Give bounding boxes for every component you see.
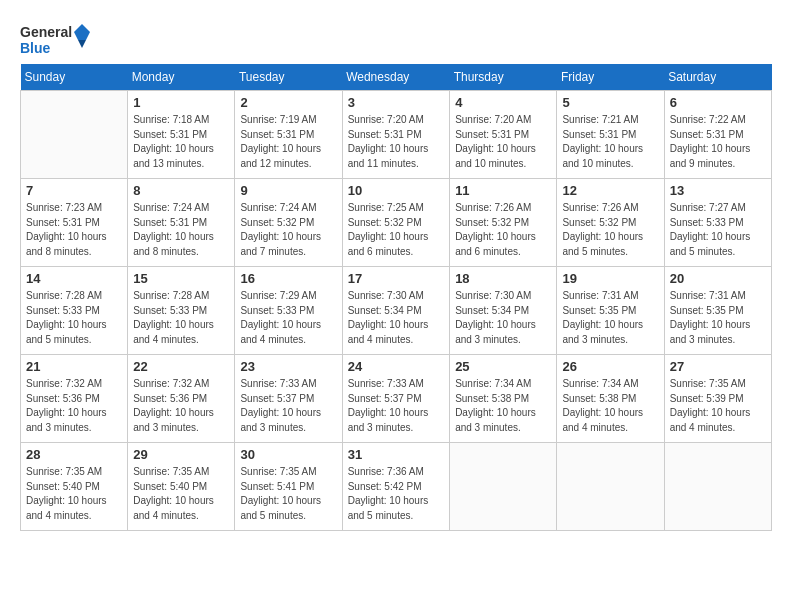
calendar-cell: 18Sunrise: 7:30 AM Sunset: 5:34 PM Dayli…	[450, 267, 557, 355]
calendar-cell: 6Sunrise: 7:22 AM Sunset: 5:31 PM Daylig…	[664, 91, 771, 179]
day-number: 29	[133, 447, 229, 462]
calendar-cell: 4Sunrise: 7:20 AM Sunset: 5:31 PM Daylig…	[450, 91, 557, 179]
svg-text:General: General	[20, 24, 72, 40]
calendar-cell: 21Sunrise: 7:32 AM Sunset: 5:36 PM Dayli…	[21, 355, 128, 443]
day-header-friday: Friday	[557, 64, 664, 91]
day-info: Sunrise: 7:18 AM Sunset: 5:31 PM Dayligh…	[133, 113, 229, 171]
calendar-cell: 13Sunrise: 7:27 AM Sunset: 5:33 PM Dayli…	[664, 179, 771, 267]
day-number: 26	[562, 359, 658, 374]
day-info: Sunrise: 7:30 AM Sunset: 5:34 PM Dayligh…	[348, 289, 444, 347]
day-info: Sunrise: 7:35 AM Sunset: 5:41 PM Dayligh…	[240, 465, 336, 523]
calendar-cell: 24Sunrise: 7:33 AM Sunset: 5:37 PM Dayli…	[342, 355, 449, 443]
calendar-cell: 16Sunrise: 7:29 AM Sunset: 5:33 PM Dayli…	[235, 267, 342, 355]
calendar-cell: 23Sunrise: 7:33 AM Sunset: 5:37 PM Dayli…	[235, 355, 342, 443]
day-number: 12	[562, 183, 658, 198]
day-info: Sunrise: 7:26 AM Sunset: 5:32 PM Dayligh…	[562, 201, 658, 259]
calendar-cell: 22Sunrise: 7:32 AM Sunset: 5:36 PM Dayli…	[128, 355, 235, 443]
calendar-cell: 17Sunrise: 7:30 AM Sunset: 5:34 PM Dayli…	[342, 267, 449, 355]
calendar-cell	[21, 91, 128, 179]
day-info: Sunrise: 7:32 AM Sunset: 5:36 PM Dayligh…	[26, 377, 122, 435]
day-number: 11	[455, 183, 551, 198]
day-header-tuesday: Tuesday	[235, 64, 342, 91]
day-number: 10	[348, 183, 444, 198]
day-number: 5	[562, 95, 658, 110]
svg-marker-2	[74, 24, 90, 40]
day-info: Sunrise: 7:28 AM Sunset: 5:33 PM Dayligh…	[133, 289, 229, 347]
day-info: Sunrise: 7:27 AM Sunset: 5:33 PM Dayligh…	[670, 201, 766, 259]
day-info: Sunrise: 7:32 AM Sunset: 5:36 PM Dayligh…	[133, 377, 229, 435]
day-info: Sunrise: 7:24 AM Sunset: 5:32 PM Dayligh…	[240, 201, 336, 259]
day-info: Sunrise: 7:25 AM Sunset: 5:32 PM Dayligh…	[348, 201, 444, 259]
calendar-cell: 29Sunrise: 7:35 AM Sunset: 5:40 PM Dayli…	[128, 443, 235, 531]
day-info: Sunrise: 7:31 AM Sunset: 5:35 PM Dayligh…	[562, 289, 658, 347]
calendar-cell: 30Sunrise: 7:35 AM Sunset: 5:41 PM Dayli…	[235, 443, 342, 531]
day-info: Sunrise: 7:35 AM Sunset: 5:39 PM Dayligh…	[670, 377, 766, 435]
header: General Blue	[20, 20, 772, 60]
day-header-saturday: Saturday	[664, 64, 771, 91]
day-info: Sunrise: 7:29 AM Sunset: 5:33 PM Dayligh…	[240, 289, 336, 347]
logo: General Blue	[20, 20, 90, 60]
calendar-cell: 27Sunrise: 7:35 AM Sunset: 5:39 PM Dayli…	[664, 355, 771, 443]
day-info: Sunrise: 7:30 AM Sunset: 5:34 PM Dayligh…	[455, 289, 551, 347]
svg-text:Blue: Blue	[20, 40, 51, 56]
day-number: 31	[348, 447, 444, 462]
day-info: Sunrise: 7:34 AM Sunset: 5:38 PM Dayligh…	[562, 377, 658, 435]
day-info: Sunrise: 7:28 AM Sunset: 5:33 PM Dayligh…	[26, 289, 122, 347]
calendar-cell: 8Sunrise: 7:24 AM Sunset: 5:31 PM Daylig…	[128, 179, 235, 267]
calendar-cell: 15Sunrise: 7:28 AM Sunset: 5:33 PM Dayli…	[128, 267, 235, 355]
day-header-monday: Monday	[128, 64, 235, 91]
day-info: Sunrise: 7:21 AM Sunset: 5:31 PM Dayligh…	[562, 113, 658, 171]
calendar-cell: 26Sunrise: 7:34 AM Sunset: 5:38 PM Dayli…	[557, 355, 664, 443]
day-header-wednesday: Wednesday	[342, 64, 449, 91]
day-number: 6	[670, 95, 766, 110]
calendar-cell: 20Sunrise: 7:31 AM Sunset: 5:35 PM Dayli…	[664, 267, 771, 355]
day-info: Sunrise: 7:35 AM Sunset: 5:40 PM Dayligh…	[133, 465, 229, 523]
day-number: 13	[670, 183, 766, 198]
day-number: 9	[240, 183, 336, 198]
day-number: 25	[455, 359, 551, 374]
day-number: 4	[455, 95, 551, 110]
day-header-sunday: Sunday	[21, 64, 128, 91]
calendar-cell: 3Sunrise: 7:20 AM Sunset: 5:31 PM Daylig…	[342, 91, 449, 179]
svg-marker-3	[78, 40, 86, 48]
day-number: 15	[133, 271, 229, 286]
day-header-thursday: Thursday	[450, 64, 557, 91]
day-number: 3	[348, 95, 444, 110]
day-number: 24	[348, 359, 444, 374]
day-number: 1	[133, 95, 229, 110]
day-info: Sunrise: 7:23 AM Sunset: 5:31 PM Dayligh…	[26, 201, 122, 259]
day-number: 20	[670, 271, 766, 286]
day-info: Sunrise: 7:19 AM Sunset: 5:31 PM Dayligh…	[240, 113, 336, 171]
day-info: Sunrise: 7:22 AM Sunset: 5:31 PM Dayligh…	[670, 113, 766, 171]
calendar-cell: 31Sunrise: 7:36 AM Sunset: 5:42 PM Dayli…	[342, 443, 449, 531]
day-info: Sunrise: 7:33 AM Sunset: 5:37 PM Dayligh…	[240, 377, 336, 435]
day-number: 27	[670, 359, 766, 374]
day-number: 7	[26, 183, 122, 198]
day-number: 8	[133, 183, 229, 198]
day-info: Sunrise: 7:36 AM Sunset: 5:42 PM Dayligh…	[348, 465, 444, 523]
calendar-cell: 1Sunrise: 7:18 AM Sunset: 5:31 PM Daylig…	[128, 91, 235, 179]
calendar-cell: 28Sunrise: 7:35 AM Sunset: 5:40 PM Dayli…	[21, 443, 128, 531]
calendar-cell: 2Sunrise: 7:19 AM Sunset: 5:31 PM Daylig…	[235, 91, 342, 179]
calendar-cell	[557, 443, 664, 531]
calendar-cell	[664, 443, 771, 531]
day-number: 23	[240, 359, 336, 374]
day-number: 18	[455, 271, 551, 286]
day-number: 2	[240, 95, 336, 110]
day-number: 14	[26, 271, 122, 286]
day-number: 17	[348, 271, 444, 286]
day-number: 30	[240, 447, 336, 462]
calendar-cell: 12Sunrise: 7:26 AM Sunset: 5:32 PM Dayli…	[557, 179, 664, 267]
calendar-cell: 7Sunrise: 7:23 AM Sunset: 5:31 PM Daylig…	[21, 179, 128, 267]
calendar-cell: 5Sunrise: 7:21 AM Sunset: 5:31 PM Daylig…	[557, 91, 664, 179]
calendar-cell: 14Sunrise: 7:28 AM Sunset: 5:33 PM Dayli…	[21, 267, 128, 355]
day-number: 22	[133, 359, 229, 374]
day-number: 28	[26, 447, 122, 462]
day-number: 16	[240, 271, 336, 286]
day-info: Sunrise: 7:35 AM Sunset: 5:40 PM Dayligh…	[26, 465, 122, 523]
calendar-cell: 19Sunrise: 7:31 AM Sunset: 5:35 PM Dayli…	[557, 267, 664, 355]
day-info: Sunrise: 7:20 AM Sunset: 5:31 PM Dayligh…	[348, 113, 444, 171]
calendar-cell: 9Sunrise: 7:24 AM Sunset: 5:32 PM Daylig…	[235, 179, 342, 267]
calendar-cell: 25Sunrise: 7:34 AM Sunset: 5:38 PM Dayli…	[450, 355, 557, 443]
day-info: Sunrise: 7:20 AM Sunset: 5:31 PM Dayligh…	[455, 113, 551, 171]
